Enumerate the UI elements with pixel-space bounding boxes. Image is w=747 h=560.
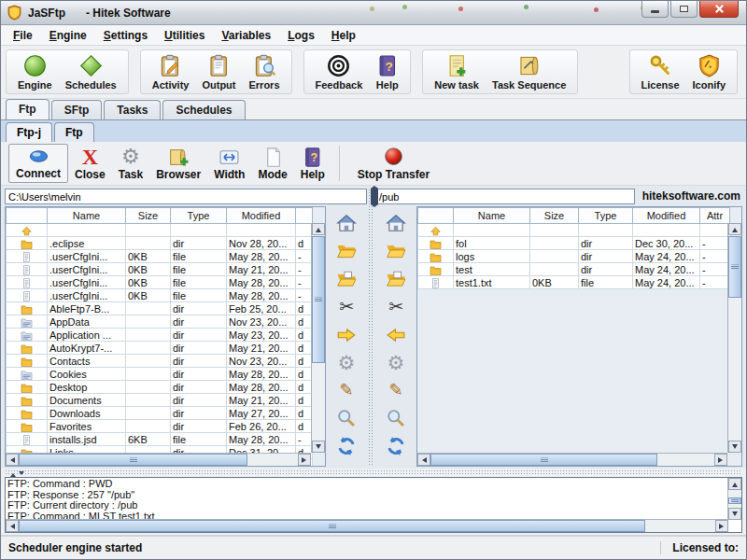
file-row[interactable]: DesktopdirMay 28, 20...d xyxy=(7,381,313,394)
file-row[interactable]: .eclipsedirNov 28, 20...d xyxy=(7,237,313,250)
scroll-left-button[interactable] xyxy=(6,454,19,466)
collapse-up-icon[interactable] xyxy=(10,470,16,477)
scroll-down-button[interactable] xyxy=(312,441,325,453)
local-path-field[interactable] xyxy=(5,189,367,204)
file-row[interactable]: DownloadsdirMay 27, 20...d xyxy=(7,407,313,420)
rename-pencil-button-right[interactable]: ✎ xyxy=(383,379,409,401)
subtab-ftp-j[interactable]: Ftp-j xyxy=(6,122,52,142)
stop-transfer-button[interactable]: Stop Transfer xyxy=(351,144,436,183)
new-folder-button-right[interactable] xyxy=(383,268,409,290)
menu-engine[interactable]: Engine xyxy=(41,27,95,44)
scroll-up-button[interactable] xyxy=(728,223,741,235)
scroll-right-button[interactable] xyxy=(714,454,727,466)
file-row[interactable]: test1.txt0KBfileMay 24, 20...- xyxy=(418,276,730,289)
cut-button-right[interactable]: ✂ xyxy=(383,296,409,318)
collapse-right-icon[interactable] xyxy=(374,186,381,207)
table-header[interactable]: NameSizeTypeModified xyxy=(7,208,313,224)
rename-pencil-button-left[interactable]: ✎ xyxy=(333,379,359,401)
home-button-left[interactable] xyxy=(333,212,359,234)
view-magnifier-button-right[interactable] xyxy=(383,407,409,429)
menu-logs[interactable]: Logs xyxy=(279,27,323,44)
refresh-button-left[interactable] xyxy=(333,435,359,457)
mode-button[interactable]: Mode xyxy=(251,144,293,183)
parent-dir-row[interactable] xyxy=(7,224,313,237)
file-row[interactable]: DocumentsdirMay 21, 20...d xyxy=(7,394,313,407)
schedules-button[interactable]: Schedules xyxy=(59,52,123,91)
remote-horizontal-scrollbar[interactable] xyxy=(417,453,727,466)
tab-sftp[interactable]: SFtp xyxy=(51,100,103,119)
errors-button[interactable]: Errors xyxy=(243,52,287,91)
file-row[interactable]: AutoKrypt7-...dirMay 21, 20...d xyxy=(7,342,313,355)
file-row[interactable]: logsdirMay 24, 20...- xyxy=(418,250,730,263)
file-row[interactable]: testdirMay 24, 20...- xyxy=(418,263,730,276)
tab-ftp[interactable]: Ftp xyxy=(6,99,49,119)
scroll-right-button[interactable] xyxy=(715,520,728,532)
maximize-button[interactable] xyxy=(670,1,698,18)
view-magnifier-button-left[interactable] xyxy=(333,407,359,429)
feedback-button[interactable]: Feedback xyxy=(309,52,370,91)
remote-path-field[interactable] xyxy=(375,189,635,204)
titlebar[interactable]: JaSFtp- Hitek Software xyxy=(1,1,746,25)
file-row[interactable]: FavoritesdirFeb 26, 20...d xyxy=(7,420,313,433)
scroll-left-button[interactable] xyxy=(417,454,430,466)
log-vertical-scrollbar[interactable] xyxy=(727,478,741,520)
file-row[interactable]: .userCfgIni...0KBfileMay 21, 20...- xyxy=(7,263,313,276)
remote-vertical-scrollbar[interactable] xyxy=(727,223,741,453)
task-sequence-button[interactable]: Task Sequence xyxy=(486,52,572,91)
menu-settings[interactable]: Settings xyxy=(95,27,156,44)
scroll-up-button[interactable] xyxy=(312,223,325,235)
menu-variables[interactable]: Variables xyxy=(213,27,279,44)
menu-utilities[interactable]: Utilities xyxy=(156,27,213,44)
local-horizontal-scrollbar[interactable] xyxy=(6,453,311,466)
file-row[interactable]: .userCfgIni...0KBfileMay 28, 20...- xyxy=(7,289,313,302)
file-row[interactable]: installs.jsd6KBfileMay 28, 20...- xyxy=(7,433,313,446)
file-row[interactable]: AppDatadirNov 23, 20...d xyxy=(7,315,313,329)
connect-button[interactable]: Connect xyxy=(8,144,68,183)
engine-button[interactable]: Engine xyxy=(11,52,59,91)
collapse-left-icon[interactable] xyxy=(368,186,374,207)
scroll-down-button[interactable] xyxy=(728,508,741,520)
transfer-left-button-right[interactable] xyxy=(383,324,409,346)
subtab-ftp[interactable]: Ftp xyxy=(54,122,94,142)
refresh-button-right[interactable] xyxy=(383,435,409,457)
tab-tasks[interactable]: Tasks xyxy=(104,100,161,119)
scroll-down-button[interactable] xyxy=(728,441,741,453)
file-row[interactable]: ContactsdirNov 23, 20...d xyxy=(7,355,313,368)
open-folder-button-left[interactable] xyxy=(333,240,359,262)
output-button[interactable]: Output xyxy=(195,52,242,91)
license-button[interactable]: License xyxy=(635,52,686,91)
help-button[interactable]: ?Help xyxy=(294,144,331,183)
width-button[interactable]: Width xyxy=(207,144,251,183)
scroll-up-button[interactable] xyxy=(728,478,741,490)
parent-dir-row[interactable] xyxy=(418,224,730,237)
iconify-button[interactable]: Iconify xyxy=(686,52,732,91)
new-task-button[interactable]: New task xyxy=(428,52,486,91)
file-row[interactable]: Application ...dirMay 23, 20...d xyxy=(7,329,313,342)
open-folder-button-right[interactable] xyxy=(383,240,409,262)
pane-splitter[interactable] xyxy=(368,189,374,467)
log-horizontal-scrollbar[interactable] xyxy=(6,519,728,532)
cut-button-left[interactable]: ✂ xyxy=(333,296,359,318)
browser-button[interactable]: Browser xyxy=(149,144,207,183)
close-button[interactable] xyxy=(699,1,739,18)
file-row[interactable]: AbleFtp7-B...dirFeb 25, 20...d xyxy=(7,302,313,315)
activity-button[interactable]: Activity xyxy=(146,52,196,91)
minimize-button[interactable] xyxy=(641,1,669,18)
menu-file[interactable]: File xyxy=(5,27,41,44)
help-button[interactable]: ?Help xyxy=(369,52,405,91)
file-row[interactable]: .userCfgIni...0KBfileMay 28, 20...- xyxy=(7,250,313,263)
table-header[interactable]: NameSizeTypeModifiedAttr xyxy=(418,208,730,224)
local-vertical-scrollbar[interactable] xyxy=(311,223,325,453)
scroll-right-button[interactable] xyxy=(298,454,311,466)
home-button-right[interactable] xyxy=(383,212,409,234)
transfer-right-button-left[interactable] xyxy=(333,324,359,346)
task-button[interactable]: ⚙Task xyxy=(112,144,149,183)
file-row[interactable]: .userCfgIni...0KBfileMay 28, 20...- xyxy=(7,276,313,289)
settings-gear-button-left[interactable]: ⚙ xyxy=(333,351,359,373)
settings-gear-button-right[interactable]: ⚙ xyxy=(383,351,409,373)
file-row[interactable]: foldirDec 30, 20...- xyxy=(418,237,730,250)
log-splitter[interactable] xyxy=(5,469,742,476)
tab-schedules[interactable]: Schedules xyxy=(162,100,245,119)
close-button[interactable]: XClose xyxy=(68,144,112,183)
new-folder-button-left[interactable] xyxy=(333,268,359,290)
